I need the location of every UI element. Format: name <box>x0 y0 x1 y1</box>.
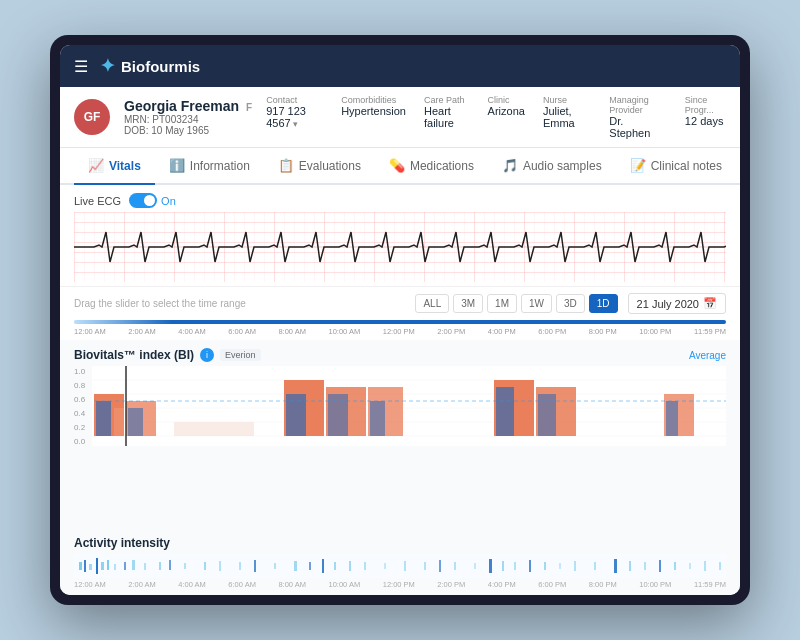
svg-text:0.8: 0.8 <box>74 381 86 390</box>
time-all-btn[interactable]: ALL <box>415 294 449 313</box>
svg-rect-79 <box>689 563 691 569</box>
svg-rect-58 <box>349 561 351 571</box>
svg-text:0.0: 0.0 <box>74 437 86 446</box>
screen: ☰ ✦ Biofourmis GF Georgia Freeman F MRN:… <box>60 45 740 595</box>
date-display[interactable]: 21 July 2020 📅 <box>628 293 726 314</box>
svg-rect-75 <box>629 561 631 571</box>
svg-rect-48 <box>184 563 186 569</box>
ecg-label: Live ECG <box>74 195 121 207</box>
patient-info: Georgia Freeman F MRN: PT003234 DOB: 10 … <box>124 98 252 136</box>
chart-title: Biovitals™ index (BI) <box>74 348 194 362</box>
svg-rect-37 <box>84 560 86 572</box>
ax-11: 10:00 PM <box>639 580 671 589</box>
medications-icon: 💊 <box>389 158 405 173</box>
patient-meta: Contact 917 123 4567 Comorbidities Hyper… <box>266 95 726 139</box>
ax-12: 11:59 PM <box>694 580 726 589</box>
svg-rect-19 <box>114 408 124 436</box>
main-content: Live ECG On <box>60 185 740 595</box>
ax-6: 12:00 PM <box>383 580 415 589</box>
svg-rect-41 <box>107 560 109 570</box>
brand-name: Biofourmis <box>121 58 200 75</box>
hamburger-icon[interactable]: ☰ <box>74 57 88 76</box>
ecg-chart <box>74 212 726 282</box>
activity-x-labels: 12:00 AM 2:00 AM 4:00 AM 6:00 AM 8:00 AM… <box>74 578 726 589</box>
chart-header: Biovitals™ index (BI) i Everion Average <box>74 348 726 362</box>
ax-5: 10:00 AM <box>328 580 360 589</box>
tl-7: 2:00 PM <box>437 327 465 336</box>
svg-rect-18 <box>128 408 143 436</box>
tab-vitals[interactable]: 📈 Vitals <box>74 148 155 185</box>
svg-rect-44 <box>132 560 135 570</box>
patient-dob: DOB: 10 May 1965 <box>124 125 252 136</box>
timeline-container: 12:00 AM 2:00 AM 4:00 AM 6:00 AM 8:00 AM… <box>60 320 740 340</box>
svg-rect-78 <box>674 562 676 570</box>
meta-nurse: Nurse Juliet, Emma <box>543 95 591 139</box>
biovitals-chart: 1.0 0.8 0.6 0.4 0.2 0.0 <box>74 366 726 528</box>
time-1w-btn[interactable]: 1W <box>521 294 552 313</box>
ecg-section: Live ECG On <box>60 185 740 286</box>
timeline-labels: 12:00 AM 2:00 AM 4:00 AM 6:00 AM 8:00 AM… <box>74 327 726 336</box>
svg-rect-54 <box>294 561 297 571</box>
svg-text:1.0: 1.0 <box>74 367 86 376</box>
svg-rect-70 <box>544 562 546 570</box>
tl-5: 10:00 AM <box>328 327 360 336</box>
svg-rect-65 <box>474 563 476 569</box>
biovitals-svg: 1.0 0.8 0.6 0.4 0.2 0.0 <box>74 366 726 528</box>
time-1m-btn[interactable]: 1M <box>487 294 517 313</box>
ax-4: 8:00 AM <box>278 580 306 589</box>
activity-section: Activity intensity <box>60 532 740 595</box>
meta-managing: Managing provider Dr. Stephen <box>609 95 667 139</box>
activity-bar <box>74 554 726 578</box>
patient-header: GF Georgia Freeman F MRN: PT003234 DOB: … <box>60 87 740 148</box>
meta-clinic: Clinic Arizona <box>488 95 525 139</box>
tl-8: 4:00 PM <box>488 327 516 336</box>
activity-title: Activity intensity <box>74 536 726 550</box>
time-buttons: ALL 3M 1M 1W 3D 1D <box>415 294 617 313</box>
svg-rect-17 <box>96 401 111 436</box>
tab-medications[interactable]: 💊 Medications <box>375 148 488 185</box>
top-nav: ☰ ✦ Biofourmis <box>60 45 740 87</box>
timeline-progress <box>74 320 726 324</box>
activity-svg <box>74 554 726 578</box>
audio-icon: 🎵 <box>502 158 518 173</box>
svg-rect-55 <box>309 562 311 570</box>
svg-rect-36 <box>79 562 82 570</box>
svg-rect-71 <box>559 563 561 569</box>
time-3d-btn[interactable]: 3D <box>556 294 585 313</box>
tab-information[interactable]: ℹ️ Information <box>155 148 264 185</box>
svg-rect-69 <box>529 560 531 572</box>
svg-rect-40 <box>101 562 104 570</box>
tl-10: 8:00 PM <box>589 327 617 336</box>
tl-4: 8:00 AM <box>278 327 306 336</box>
svg-rect-29 <box>496 387 514 436</box>
tl-3: 6:00 AM <box>228 327 256 336</box>
tab-clinical-notes[interactable]: 📝 Clinical notes <box>616 148 736 185</box>
svg-rect-35 <box>74 554 726 578</box>
svg-rect-43 <box>124 562 126 570</box>
brand-logo: ✦ Biofourmis <box>100 55 200 77</box>
svg-rect-30 <box>538 394 556 436</box>
tab-audio-samples[interactable]: 🎵 Audio samples <box>488 148 616 185</box>
tl-6: 12:00 PM <box>383 327 415 336</box>
meta-care-path: Care path Heart failure <box>424 95 470 139</box>
patient-avatar: GF <box>74 99 110 135</box>
chart-info-icon[interactable]: i <box>200 348 214 362</box>
ax-0: 12:00 AM <box>74 580 106 589</box>
ax-9: 6:00 PM <box>538 580 566 589</box>
date-text: 21 July 2020 <box>637 298 699 310</box>
meta-contact: Contact 917 123 4567 <box>266 95 323 139</box>
tl-9: 6:00 PM <box>538 327 566 336</box>
svg-rect-52 <box>254 560 256 572</box>
chart-title-row: Biovitals™ index (BI) i Everion <box>74 348 261 362</box>
brand-icon: ✦ <box>100 55 115 77</box>
tab-evaluations[interactable]: 📋 Evaluations <box>264 148 375 185</box>
svg-rect-72 <box>574 561 576 571</box>
ax-7: 2:00 PM <box>437 580 465 589</box>
patient-name: Georgia Freeman F <box>124 98 252 114</box>
time-3m-btn[interactable]: 3M <box>453 294 483 313</box>
svg-rect-61 <box>404 561 406 571</box>
tl-12: 11:59 PM <box>694 327 726 336</box>
ecg-toggle[interactable] <box>129 193 157 208</box>
timeline-track[interactable] <box>74 320 726 324</box>
time-1d-btn[interactable]: 1D <box>589 294 618 313</box>
